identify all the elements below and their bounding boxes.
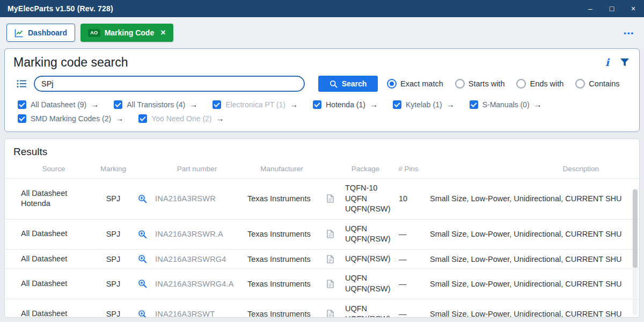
filter-electronica-pt[interactable]: Electronica PT (1) → bbox=[213, 100, 298, 109]
cell-manufacturer: Texas Instruments bbox=[242, 280, 321, 288]
radio-ends-with[interactable]: Ends with bbox=[516, 79, 564, 89]
radio-ends-with-circle[interactable] bbox=[516, 79, 526, 89]
filter-hotenda[interactable]: Hotenda (1) → bbox=[313, 100, 378, 109]
info-icon[interactable]: i bbox=[605, 57, 609, 68]
cell-marking: SPJ bbox=[94, 280, 133, 288]
list-icon[interactable] bbox=[17, 79, 27, 88]
cell-package: UQFN UQFN(RSW) bbox=[339, 273, 392, 294]
tab-close-icon[interactable]: × bbox=[160, 28, 165, 37]
radio-contains-label: Contains bbox=[589, 79, 619, 88]
datasheet-document-icon[interactable] bbox=[327, 255, 334, 264]
zoom-in-icon[interactable] bbox=[138, 279, 147, 288]
radio-contains[interactable]: Contains bbox=[575, 79, 619, 89]
zoom-in-icon[interactable] bbox=[138, 310, 147, 318]
zoom-in-icon[interactable] bbox=[138, 194, 147, 203]
table-row[interactable]: All Datasheet SPJ INA216A3RSWT Texas Ins… bbox=[5, 299, 639, 318]
cell-description: Small Size, Low-Power, Unidirectional, C… bbox=[425, 280, 628, 288]
goto-arrow-icon[interactable]: → bbox=[534, 100, 542, 109]
cell-pins: — bbox=[392, 310, 425, 318]
table-row[interactable]: All Datasheet Hotenda SPJ INA216A3RSWR T… bbox=[5, 178, 639, 219]
zoom-in-icon[interactable] bbox=[138, 230, 147, 239]
more-options-button[interactable]: ••• bbox=[624, 29, 634, 37]
radio-exact-match-circle[interactable] bbox=[387, 79, 397, 89]
search-button-label: Search bbox=[342, 79, 367, 88]
filter-label: Yoo Need One (2) bbox=[151, 114, 211, 123]
column-header-source: Source bbox=[13, 165, 94, 173]
cell-part-number[interactable]: INA216A3RSWR.A bbox=[152, 230, 242, 238]
checkbox-checked-icon[interactable] bbox=[138, 114, 147, 123]
table-row[interactable]: All Datasheet SPJ INA216A3RSWRG4 Texas I… bbox=[5, 249, 639, 269]
cell-source: All Datasheet bbox=[13, 229, 94, 239]
filter-yoo-need-one[interactable]: Yoo Need One (2) → bbox=[138, 114, 224, 123]
radio-starts-with[interactable]: Starts with bbox=[455, 79, 505, 89]
cell-description: Small Size, Low-Power, Unidirectional, C… bbox=[425, 310, 628, 318]
marking-code-input[interactable] bbox=[34, 76, 305, 92]
filter-all-transistors[interactable]: All Transistors (4) → bbox=[114, 100, 197, 109]
column-header-description: Description bbox=[425, 165, 628, 173]
datasheet-document-icon[interactable] bbox=[327, 230, 334, 238]
checkbox-checked-icon[interactable] bbox=[313, 100, 321, 109]
radio-exact-match[interactable]: Exact match bbox=[387, 79, 443, 89]
cell-package: UQFN(RSW) bbox=[339, 254, 392, 265]
table-row[interactable]: All Datasheet SPJ INA216A3RSWRG4.A Texas… bbox=[5, 268, 639, 298]
filter-label: Electronica PT (1) bbox=[225, 100, 286, 109]
radio-starts-with-label: Starts with bbox=[469, 79, 505, 88]
cell-part-number[interactable]: INA216A3RSWT bbox=[152, 310, 242, 318]
cell-pins: — bbox=[392, 255, 425, 264]
column-header-marking: Marking bbox=[94, 165, 133, 173]
filter-label: Hotenda (1) bbox=[326, 100, 365, 109]
cell-part-number[interactable]: INA216A3RSWRG4 bbox=[152, 255, 242, 264]
checkbox-checked-icon[interactable] bbox=[18, 100, 26, 109]
tab-marking-code[interactable]: AO Marking Code × bbox=[80, 24, 173, 42]
filter-smd-marking-codes[interactable]: SMD Marking Codes (2) → bbox=[18, 114, 123, 123]
checkbox-checked-icon[interactable] bbox=[213, 100, 221, 109]
filter-s-manuals[interactable]: S-Manuals (0) → bbox=[470, 100, 542, 109]
marking-code-badge-icon: AO bbox=[88, 29, 100, 37]
checkbox-checked-icon[interactable] bbox=[470, 100, 478, 109]
results-scrollbar[interactable] bbox=[633, 188, 638, 315]
datasheet-document-icon[interactable] bbox=[327, 310, 334, 318]
goto-arrow-icon[interactable]: → bbox=[447, 100, 455, 109]
filter-label: Kytelab (1) bbox=[406, 100, 442, 109]
goto-arrow-icon[interactable]: → bbox=[91, 100, 99, 109]
datasheet-document-icon[interactable] bbox=[327, 280, 334, 288]
minimize-button[interactable]: – bbox=[580, 0, 601, 17]
cell-manufacturer: Texas Instruments bbox=[242, 230, 321, 238]
tab-dashboard[interactable]: Dashboard bbox=[6, 24, 75, 42]
source-filter-row-1: All Datasheet (9) → All Transistors (4) … bbox=[18, 100, 631, 109]
search-button[interactable]: Search bbox=[318, 76, 378, 92]
goto-arrow-icon[interactable]: → bbox=[189, 100, 197, 109]
cell-manufacturer: Texas Instruments bbox=[242, 310, 321, 318]
match-mode-radios: Exact match Starts with Ends with Contai… bbox=[387, 79, 620, 89]
datasheet-document-icon[interactable] bbox=[327, 194, 334, 203]
tab-dashboard-label: Dashboard bbox=[28, 28, 67, 37]
goto-arrow-icon[interactable]: → bbox=[115, 114, 123, 123]
cell-part-number[interactable]: INA216A3RSWR bbox=[152, 194, 242, 203]
filter-all-datasheet[interactable]: All Datasheet (9) → bbox=[18, 100, 99, 109]
radio-starts-with-circle[interactable] bbox=[455, 79, 465, 89]
cell-part-number[interactable]: INA216A3RSWRG4.A bbox=[152, 280, 242, 288]
goto-arrow-icon[interactable]: → bbox=[216, 114, 224, 123]
zoom-in-icon[interactable] bbox=[138, 254, 147, 264]
maximize-button[interactable]: □ bbox=[601, 0, 623, 17]
window-controls: – □ × bbox=[580, 0, 644, 17]
radio-contains-circle[interactable] bbox=[575, 79, 585, 89]
checkbox-checked-icon[interactable] bbox=[393, 100, 401, 109]
cell-description: Small Size, Low-Power, Unidirectional, C… bbox=[425, 230, 628, 238]
column-header-pins: # Pins bbox=[392, 165, 425, 173]
checkbox-checked-icon[interactable] bbox=[114, 100, 122, 109]
cell-manufacturer: Texas Instruments bbox=[242, 255, 321, 264]
cell-source: All Datasheet bbox=[13, 279, 94, 289]
filter-kytelab[interactable]: Kytelab (1) → bbox=[393, 100, 455, 109]
goto-arrow-icon[interactable]: → bbox=[290, 100, 298, 109]
checkbox-checked-icon[interactable] bbox=[18, 114, 26, 123]
radio-ends-with-label: Ends with bbox=[530, 79, 564, 88]
search-panel-title: Marking code search bbox=[13, 55, 128, 70]
table-row[interactable]: All Datasheet SPJ INA216A3RSWR.A Texas I… bbox=[5, 219, 639, 249]
filter-label: All Transistors (4) bbox=[127, 100, 185, 109]
filter-label: SMD Marking Codes (2) bbox=[31, 114, 111, 123]
close-button[interactable]: × bbox=[623, 0, 644, 17]
goto-arrow-icon[interactable]: → bbox=[370, 100, 378, 109]
scrollbar-thumb[interactable] bbox=[633, 189, 638, 268]
filter-icon[interactable] bbox=[620, 58, 630, 67]
